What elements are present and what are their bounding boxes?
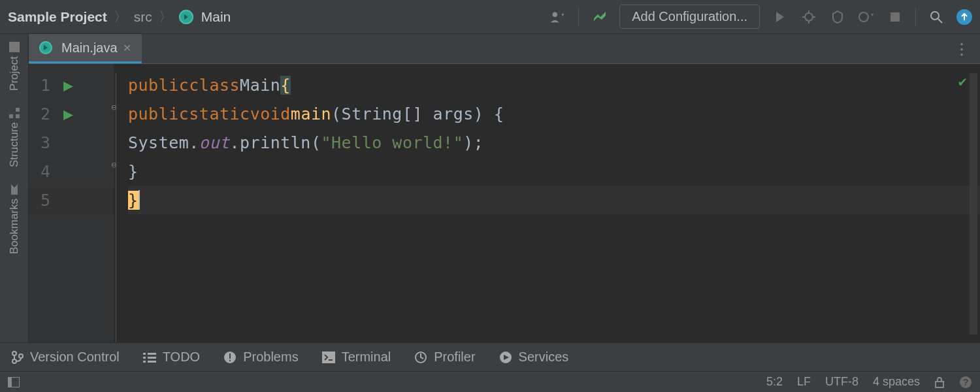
- stop-icon[interactable]: [887, 8, 904, 25]
- run-gutter-icon[interactable]: ▶: [63, 105, 73, 123]
- svg-rect-16: [143, 353, 146, 355]
- svg-rect-12: [16, 108, 20, 112]
- bookmarks-tool-button[interactable]: Bookmarks: [8, 184, 21, 254]
- run-gutter-icon[interactable]: ▶: [63, 76, 73, 95]
- svg-rect-19: [148, 357, 156, 359]
- toolbar-separator: [578, 8, 579, 26]
- svg-rect-10: [16, 114, 20, 118]
- svg-rect-30: [8, 377, 12, 387]
- tab-overflow-icon[interactable]: ⋮: [943, 34, 980, 63]
- cursor-position[interactable]: 5:2: [766, 375, 783, 389]
- version-control-label: Version Control: [30, 350, 120, 365]
- svg-rect-7: [890, 12, 900, 22]
- breadcrumb-class[interactable]: Main: [201, 9, 231, 25]
- run-icon[interactable]: [772, 8, 789, 25]
- profiler-label: Profiler: [434, 350, 475, 365]
- svg-point-13: [12, 351, 16, 355]
- svg-point-14: [12, 359, 16, 363]
- line-ending[interactable]: LF: [797, 375, 811, 389]
- structure-tool-label: Structure: [8, 122, 21, 167]
- left-tool-rail: Project Structure Bookmarks: [0, 34, 29, 342]
- folder-icon: [9, 42, 20, 52]
- breadcrumb-project[interactable]: Sample Project: [8, 9, 107, 25]
- svg-point-6: [859, 12, 868, 22]
- coverage-icon[interactable]: [829, 8, 846, 25]
- project-tool-label: Project: [8, 56, 21, 91]
- profiler-button[interactable]: Profiler: [414, 350, 475, 365]
- project-tool-button[interactable]: Project: [8, 42, 21, 91]
- code-area[interactable]: 1▶ 2▶ 3 4 5 ⊖ ⊖ public class Main { publ…: [29, 64, 980, 342]
- search-icon[interactable]: [928, 8, 945, 25]
- class-icon: [39, 41, 52, 54]
- line-number[interactable]: 5: [29, 186, 114, 214]
- editor-tabs: Main.java ✕ ⋮: [29, 34, 980, 64]
- svg-rect-31: [936, 382, 943, 387]
- build-icon[interactable]: [591, 8, 608, 25]
- editor: Main.java ✕ ⋮ 1▶ 2▶ 3 4 5 ⊖ ⊖ public cla…: [29, 34, 980, 342]
- tool-window-toggle-icon[interactable]: [8, 377, 20, 387]
- line-number[interactable]: 4: [29, 157, 114, 186]
- list-icon: [143, 352, 156, 363]
- profile-icon[interactable]: [858, 8, 875, 25]
- status-bar: 5:2 LF UTF-8 4 spaces ?: [0, 371, 980, 392]
- gutter: 1▶ 2▶ 3 4 5: [29, 64, 114, 342]
- update-icon[interactable]: [956, 9, 972, 25]
- svg-rect-25: [322, 351, 335, 363]
- problems-button[interactable]: Problems: [223, 350, 298, 365]
- add-configuration-button[interactable]: Add Configuration...: [619, 5, 760, 29]
- chevron-right-icon: 〉: [114, 8, 127, 26]
- branch-icon: [12, 351, 24, 364]
- scrollbar[interactable]: [970, 73, 977, 335]
- terminal-icon: [322, 351, 335, 363]
- indent-setting[interactable]: 4 spaces: [873, 375, 920, 389]
- services-label: Services: [519, 350, 569, 365]
- line-number[interactable]: 3: [29, 128, 114, 157]
- line-number[interactable]: 2▶: [29, 99, 114, 128]
- top-toolbar: Sample Project 〉 src 〉 Main Add Configur…: [0, 0, 980, 34]
- main-area: Project Structure Bookmarks Main.java ✕: [0, 34, 980, 342]
- tab-main-java[interactable]: Main.java ✕: [29, 34, 142, 63]
- bookmark-icon: [10, 184, 19, 195]
- svg-rect-18: [143, 357, 146, 359]
- svg-point-8: [931, 12, 939, 20]
- structure-tool-button[interactable]: Structure: [8, 108, 21, 167]
- terminal-button[interactable]: Terminal: [322, 350, 391, 365]
- todo-button[interactable]: TODO: [143, 350, 200, 365]
- svg-text:?: ?: [963, 377, 969, 387]
- services-button[interactable]: Services: [499, 350, 569, 365]
- structure-icon: [9, 108, 20, 118]
- class-icon: [179, 10, 193, 24]
- chevron-right-icon: 〉: [159, 8, 172, 26]
- bookmarks-tool-label: Bookmarks: [8, 199, 21, 254]
- svg-point-15: [19, 354, 23, 358]
- svg-point-0: [553, 12, 557, 16]
- svg-point-1: [805, 13, 813, 21]
- svg-rect-23: [229, 353, 231, 359]
- version-control-button[interactable]: Version Control: [12, 350, 120, 365]
- svg-rect-24: [229, 360, 231, 361]
- line-number[interactable]: 1▶: [29, 71, 114, 99]
- inspection-ok-icon[interactable]: ✔: [958, 73, 967, 90]
- file-encoding[interactable]: UTF-8: [825, 375, 858, 389]
- breadcrumb-folder[interactable]: src: [134, 9, 152, 25]
- profiler-icon: [414, 351, 427, 364]
- svg-rect-20: [143, 361, 146, 363]
- code-text[interactable]: public class Main { public static void m…: [114, 64, 980, 342]
- close-icon[interactable]: ✕: [123, 42, 131, 54]
- breadcrumb: Sample Project 〉 src 〉 Main: [8, 8, 231, 26]
- svg-rect-17: [148, 353, 156, 355]
- tab-label: Main.java: [61, 41, 118, 56]
- terminal-label: Terminal: [342, 350, 391, 365]
- svg-rect-11: [9, 114, 13, 118]
- help-icon[interactable]: ?: [959, 376, 972, 389]
- readonly-lock-icon[interactable]: [934, 376, 945, 388]
- debug-icon[interactable]: [800, 8, 817, 25]
- todo-label: TODO: [163, 350, 200, 365]
- user-icon[interactable]: [549, 8, 566, 25]
- toolbar-actions: Add Configuration...: [549, 5, 972, 29]
- services-icon: [499, 351, 512, 364]
- warning-icon: [223, 351, 237, 364]
- bottom-toolbar: Version Control TODO Problems Terminal P…: [0, 342, 980, 371]
- text-cursor: [139, 190, 140, 210]
- problems-label: Problems: [243, 350, 298, 365]
